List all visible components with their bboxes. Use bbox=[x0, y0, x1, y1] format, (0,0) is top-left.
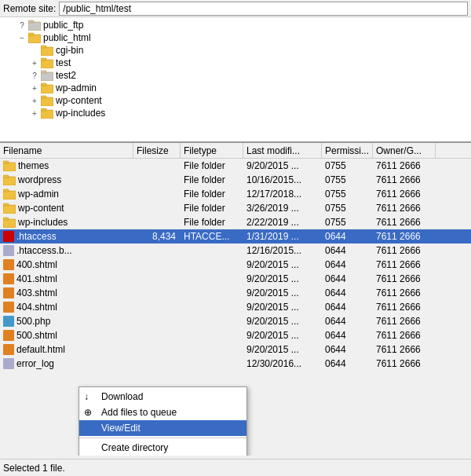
file-owner-cell: 7611 2666 bbox=[373, 259, 436, 270]
file-owner-cell: 7611 2666 bbox=[373, 302, 436, 313]
table-row[interactable]: error_log12/30/2016...06447611 2666 bbox=[0, 357, 471, 371]
tree-item-wp-content[interactable]: + wp-content bbox=[0, 94, 471, 107]
tree-item-public_ftp[interactable]: ? public_ftp bbox=[0, 19, 471, 31]
table-row[interactable]: default.html9/20/2015 ...06447611 2666 bbox=[0, 342, 471, 357]
table-row[interactable]: 404.shtml9/20/2015 ...06447611 2666 bbox=[0, 300, 471, 314]
add_to_queue-icon: ⊕ bbox=[84, 407, 92, 418]
table-row[interactable]: 401.shtml9/20/2015 ...06447611 2666 bbox=[0, 272, 471, 286]
table-row[interactable]: wp-contentFile folder3/26/2019 ...075576… bbox=[0, 201, 471, 215]
remote-site-path-input[interactable] bbox=[59, 2, 468, 16]
tree-expander[interactable]: − bbox=[16, 34, 28, 42]
folder-icon bbox=[28, 32, 41, 43]
folder-icon bbox=[3, 217, 16, 228]
file-name-cell: wp-includes bbox=[0, 217, 133, 228]
file-perms-cell: 0644 bbox=[322, 287, 373, 298]
folder-icon bbox=[3, 174, 16, 185]
svg-rect-13 bbox=[41, 96, 46, 98]
context-menu-item-add_to_queue[interactable]: ⊕Add files to queue bbox=[79, 405, 246, 420]
svg-rect-12 bbox=[41, 97, 53, 106]
svg-rect-23 bbox=[3, 203, 9, 206]
file-icon bbox=[3, 358, 14, 369]
folder-icon bbox=[41, 70, 53, 81]
table-row[interactable]: wp-adminFile folder12/17/2018...07557611… bbox=[0, 187, 471, 201]
tree-expander[interactable]: + bbox=[28, 109, 41, 118]
col-header-filename[interactable]: Filename bbox=[0, 143, 133, 158]
tree-item-wp-admin[interactable]: + wp-admin bbox=[0, 82, 471, 94]
col-header-permissions[interactable]: Permissi... bbox=[322, 143, 373, 158]
file-name-cell: error_log bbox=[0, 358, 133, 369]
col-header-filetype[interactable]: Filetype bbox=[181, 143, 243, 158]
tree-expander[interactable]: ? bbox=[16, 21, 28, 30]
tree-item-wp-includes[interactable]: + wp-includes bbox=[0, 107, 471, 119]
file-modified-cell: 2/22/2019 ... bbox=[243, 217, 322, 228]
tree-item-label: cgi-bin bbox=[56, 45, 83, 56]
context-menu-item-create_directory[interactable]: Create directory bbox=[79, 440, 246, 456]
htaccess-icon bbox=[3, 231, 14, 242]
svg-rect-19 bbox=[3, 175, 9, 178]
col-header-filesize[interactable]: Filesize bbox=[133, 143, 181, 158]
tree-expander[interactable]: + bbox=[28, 59, 41, 68]
file-perms-cell: 0644 bbox=[322, 302, 373, 313]
file-name-label: 403.shtml bbox=[16, 287, 57, 298]
file-perms-cell: 0644 bbox=[322, 259, 373, 270]
tree-item-cgi-bin[interactable]: cgi-bin bbox=[0, 44, 471, 57]
file-owner-cell: 7611 2666 bbox=[373, 273, 436, 284]
table-row[interactable]: themesFile folder9/20/2015 ...07557611 2… bbox=[0, 159, 471, 173]
table-row[interactable]: 403.shtml9/20/2015 ...06447611 2666 bbox=[0, 286, 471, 300]
col-header-owner[interactable]: Owner/G... bbox=[373, 143, 436, 158]
file-modified-cell: 9/20/2015 ... bbox=[243, 259, 322, 270]
file-modified-cell: 9/20/2015 ... bbox=[243, 273, 322, 284]
col-header-modified[interactable]: Last modifi... bbox=[243, 143, 322, 158]
file-name-label: 400.shtml bbox=[16, 259, 57, 270]
tree-item-test2[interactable]: ? test2 bbox=[0, 69, 471, 82]
file-name-label: wordpress bbox=[18, 174, 61, 185]
table-row[interactable]: .htaccess.b...12/16/2015...06447611 2666 bbox=[0, 243, 471, 258]
folder-icon bbox=[3, 203, 16, 214]
file-owner-cell: 7611 2666 bbox=[373, 231, 436, 242]
table-row[interactable]: wordpressFile folder10/16/2015...0755761… bbox=[0, 173, 471, 187]
file-name-cell: 500.php bbox=[0, 316, 133, 327]
tree-item-public_html[interactable]: − public_html bbox=[0, 31, 471, 44]
context-menu-separator bbox=[79, 438, 246, 438]
table-row[interactable]: .htaccess8,434HTACCE...1/31/2019 ...0644… bbox=[0, 229, 471, 243]
file-list-container: Filename Filesize Filetype Last modifi..… bbox=[0, 143, 471, 456]
table-row[interactable]: wp-includesFile folder2/22/2019 ...07557… bbox=[0, 215, 471, 229]
tree-expander[interactable]: + bbox=[28, 84, 41, 93]
file-modified-cell: 12/17/2018... bbox=[243, 189, 322, 200]
file-modified-cell: 9/20/2015 ... bbox=[243, 330, 322, 341]
table-row[interactable]: 500.shtml9/20/2015 ...06447611 2666 bbox=[0, 328, 471, 342]
context-menu: ↓Download⊕Add files to queueView/EditCre… bbox=[78, 386, 247, 456]
svg-rect-0 bbox=[28, 22, 41, 31]
file-perms-cell: 0755 bbox=[322, 217, 373, 228]
file-name-cell: 404.shtml bbox=[0, 302, 133, 313]
file-name-cell: .htaccess bbox=[0, 231, 133, 242]
context-menu-item-download[interactable]: ↓Download bbox=[79, 389, 246, 405]
file-perms-cell: 0644 bbox=[322, 245, 373, 256]
file-name-label: .htaccess bbox=[16, 231, 57, 242]
svg-rect-15 bbox=[41, 108, 46, 111]
download-icon: ↓ bbox=[84, 391, 89, 402]
svg-rect-16 bbox=[3, 163, 16, 171]
tree-item-label: wp-includes bbox=[56, 108, 105, 119]
tree-item-test[interactable]: + test bbox=[0, 57, 471, 69]
tree-item-label: wp-admin bbox=[56, 82, 97, 93]
file-perms-cell: 0644 bbox=[322, 330, 373, 341]
file-name-label: 500.shtml bbox=[16, 330, 57, 341]
folder-icon bbox=[41, 82, 53, 93]
file-name-label: .htaccess.b... bbox=[16, 245, 72, 256]
file-name-label: wp-admin bbox=[18, 189, 59, 200]
file-owner-cell: 7611 2666 bbox=[373, 189, 436, 200]
file-name-cell: themes bbox=[0, 160, 133, 171]
file-modified-cell: 9/20/2015 ... bbox=[243, 316, 322, 327]
table-row[interactable]: 500.php9/20/2015 ...06447611 2666 bbox=[0, 314, 471, 328]
file-size-cell: 8,434 bbox=[133, 231, 181, 242]
folder-icon bbox=[41, 95, 53, 106]
html-icon bbox=[3, 344, 14, 355]
tree-expander[interactable]: + bbox=[28, 97, 41, 105]
file-name-cell: wordpress bbox=[0, 174, 133, 185]
svg-rect-22 bbox=[3, 205, 16, 214]
context-menu-item-view_edit[interactable]: View/Edit bbox=[79, 420, 246, 436]
table-row[interactable]: 400.shtml9/20/2015 ...06447611 2666 bbox=[0, 258, 471, 272]
tree-expander[interactable]: ? bbox=[28, 71, 41, 80]
column-headers: Filename Filesize Filetype Last modifi..… bbox=[0, 143, 471, 159]
